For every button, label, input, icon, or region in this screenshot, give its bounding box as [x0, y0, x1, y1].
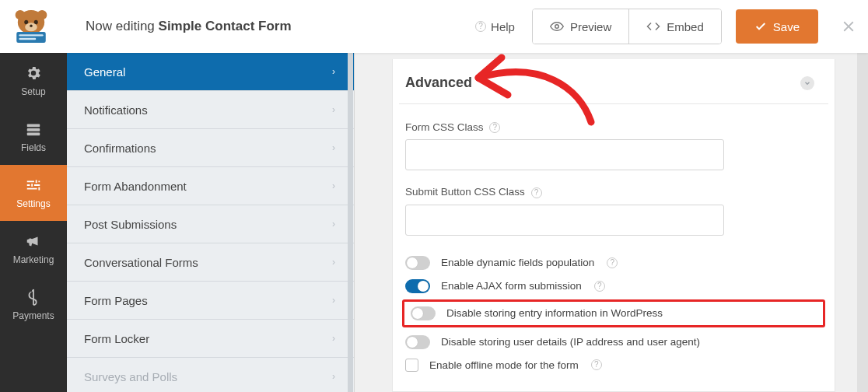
- label-text: Form CSS Class: [405, 121, 484, 133]
- dollar-icon: [25, 289, 42, 306]
- rail-item-settings[interactable]: Settings: [0, 165, 67, 221]
- help-icon[interactable]: ?: [591, 359, 602, 370]
- form-css-input[interactable]: [405, 139, 724, 170]
- checkbox[interactable]: [405, 359, 418, 372]
- sidebar-item-surveys-polls[interactable]: Surveys and Polls ›: [67, 358, 354, 392]
- svg-rect-11: [27, 124, 40, 128]
- chevron-right-icon: ›: [332, 257, 335, 268]
- help-icon[interactable]: ?: [531, 187, 542, 198]
- canvas: Advanced Form CSS Class ? Submit Button …: [355, 53, 868, 392]
- toggle-label: Disable storing entry information in Wor…: [446, 307, 663, 319]
- sidebar-item-conversational-forms[interactable]: Conversational Forms ›: [67, 243, 354, 282]
- help-icon[interactable]: ?: [594, 281, 605, 292]
- rail-item-payments[interactable]: Payments: [0, 277, 67, 333]
- rail-label: Setup: [21, 86, 45, 97]
- section-header[interactable]: Advanced: [399, 75, 828, 104]
- rail-label: Marketing: [13, 254, 54, 265]
- advanced-panel: Advanced Form CSS Class ? Submit Button …: [392, 59, 835, 392]
- chevron-right-icon: ›: [332, 66, 335, 77]
- bullhorn-icon: [25, 233, 42, 250]
- app-logo: [0, 0, 62, 53]
- sidebar-item-label: General: [84, 65, 125, 79]
- svg-point-6: [30, 25, 32, 27]
- sidebar-item-label: Conversational Forms: [84, 256, 198, 269]
- toggle-switch[interactable]: [411, 306, 436, 320]
- sidebar-item-notifications[interactable]: Notifications ›: [67, 91, 354, 129]
- field-label: Submit Button CSS Class ?: [405, 186, 822, 198]
- toggle-switch[interactable]: [405, 279, 430, 293]
- sidebar-item-label: Surveys and Polls: [84, 370, 177, 383]
- toggle-label: Disable storing user details (IP address…: [441, 336, 700, 348]
- gear-icon: [25, 65, 42, 82]
- help-icon[interactable]: ?: [607, 257, 618, 268]
- section-title: Advanced: [405, 75, 472, 91]
- toggle-ajax-submission: Enable AJAX form submission ?: [399, 275, 828, 298]
- sidebar-item-general[interactable]: General ›: [67, 53, 354, 91]
- svg-rect-12: [27, 128, 40, 131]
- preview-label: Preview: [570, 20, 611, 33]
- sliders-icon: [25, 177, 42, 194]
- sidebar-item-form-abandonment[interactable]: Form Abandonment ›: [67, 167, 354, 205]
- chevron-right-icon: ›: [332, 142, 335, 153]
- sidebar-item-label: Form Locker: [84, 332, 149, 345]
- page-title: Now editing Simple Contact Form: [86, 19, 292, 34]
- form-name: Simple Contact Form: [159, 19, 292, 33]
- sidebar-item-label: Form Pages: [84, 294, 148, 307]
- toggle-label: Enable dynamic fields population: [441, 257, 594, 268]
- checkbox-label: Enable offline mode for the form: [429, 359, 579, 371]
- chevron-right-icon: ›: [332, 333, 335, 344]
- toggle-disable-user-details: Disable storing user details (IP address…: [399, 331, 828, 354]
- eye-icon: [550, 19, 564, 33]
- help-icon[interactable]: ?: [489, 122, 500, 133]
- editing-prefix: Now editing: [86, 19, 155, 33]
- svg-rect-9: [19, 38, 36, 40]
- help-label: Help: [491, 20, 515, 33]
- collapse-toggle[interactable]: [800, 76, 814, 90]
- svg-rect-8: [19, 34, 43, 36]
- chevron-right-icon: ›: [332, 104, 335, 115]
- sidebar-item-confirmations[interactable]: Confirmations ›: [67, 129, 354, 167]
- label-text: Submit Button CSS Class: [405, 186, 525, 198]
- close-icon[interactable]: [840, 18, 857, 35]
- right-edge-shadow: [857, 53, 868, 392]
- field-submit-css-class: Submit Button CSS Class ?: [399, 186, 828, 235]
- rail-label: Payments: [12, 310, 54, 321]
- sidebar-item-label: Notifications: [84, 103, 148, 117]
- sidebar-item-post-submissions[interactable]: Post Submissions ›: [67, 205, 354, 243]
- field-form-css-class: Form CSS Class ?: [399, 121, 828, 170]
- preview-button[interactable]: Preview: [533, 9, 628, 44]
- embed-button[interactable]: Embed: [628, 9, 721, 44]
- sidebar-item-form-pages[interactable]: Form Pages ›: [67, 282, 354, 320]
- chevron-right-icon: ›: [332, 180, 335, 191]
- rail-item-fields[interactable]: Fields: [0, 109, 67, 165]
- sidebar-item-form-locker[interactable]: Form Locker ›: [67, 320, 354, 358]
- svg-point-1: [16, 10, 26, 20]
- top-bar: Now editing Simple Contact Form ? Help P…: [0, 0, 868, 53]
- sidebar-item-label: Form Abandonment: [84, 180, 187, 193]
- save-button[interactable]: Save: [736, 9, 818, 44]
- help-icon: ?: [475, 21, 486, 32]
- svg-rect-7: [16, 32, 46, 43]
- rail-item-marketing[interactable]: Marketing: [0, 221, 67, 277]
- chevron-right-icon: ›: [332, 371, 335, 382]
- left-rail: Setup Fields Settings Marketing Payments: [0, 53, 67, 392]
- toggle-switch[interactable]: [405, 256, 430, 270]
- toggle-switch[interactable]: [405, 335, 430, 349]
- rail-item-setup[interactable]: Setup: [0, 53, 67, 109]
- rail-label: Fields: [21, 142, 46, 153]
- check-icon: [754, 20, 767, 33]
- toggle-disable-entry-storage: Disable storing entry information in Wor…: [409, 305, 818, 322]
- save-label: Save: [773, 20, 800, 33]
- preview-embed-group: Preview Embed: [532, 9, 722, 44]
- annotation-highlight-box: Disable storing entry information in Wor…: [402, 299, 825, 327]
- sidebar-item-label: Confirmations: [84, 142, 156, 155]
- fields-icon: [25, 121, 42, 138]
- help-button[interactable]: ? Help: [475, 20, 515, 33]
- svg-rect-14: [33, 289, 34, 305]
- submit-css-input[interactable]: [405, 205, 724, 236]
- rail-label: Settings: [16, 198, 50, 209]
- svg-point-10: [555, 25, 559, 29]
- svg-point-2: [37, 10, 47, 20]
- checkbox-offline-mode: Enable offline mode for the form ?: [399, 354, 828, 376]
- toggle-dynamic-fields: Enable dynamic fields population ?: [399, 251, 828, 275]
